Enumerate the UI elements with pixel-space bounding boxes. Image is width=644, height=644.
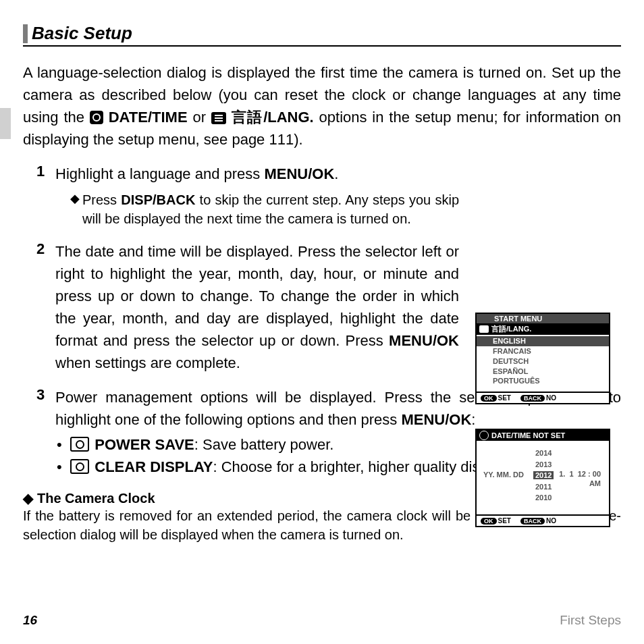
date-format: YY. MM. DD xyxy=(483,471,524,479)
menu-ok-label-3: MENU/OK xyxy=(401,411,471,428)
step-3-number: 3 xyxy=(23,386,55,478)
intro-or: or xyxy=(192,109,211,126)
lang-espanol: ESPAÑOL xyxy=(493,367,528,375)
date-time-label: DATE/TIME xyxy=(109,109,188,126)
year-selected: 2012 xyxy=(533,471,554,479)
step-3-text-b: : xyxy=(471,411,475,428)
clock-icon xyxy=(479,431,489,440)
camera-icon xyxy=(70,437,89,452)
section-heading: Basic Setup xyxy=(23,23,621,47)
lang-label: 言語/LANG. xyxy=(232,109,314,126)
power-save-label: POWER SAVE xyxy=(95,436,194,453)
back-pill: BACK xyxy=(520,518,545,525)
lang-deutsch: DEUTSCH xyxy=(493,357,529,365)
intro-paragraph: A language-selection dialog is displayed… xyxy=(23,61,621,151)
ok-pill: OK xyxy=(481,518,497,525)
clear-display-rest: : Choose for a brighter, higher quality … xyxy=(213,458,510,475)
lcd2-footer: OKSET BACKNO xyxy=(477,514,609,526)
lcd1-footer: OKSET BACKNO xyxy=(477,392,609,403)
lcd-datetime-menu: DATE/TIME NOT SET YY. MM. DD 2014 2013 2… xyxy=(475,429,610,527)
menu-ok-label: MENU/OK xyxy=(264,165,334,182)
lang-english: ENGLISH xyxy=(477,336,609,346)
heading-text: Basic Setup xyxy=(32,23,132,44)
camera-icon xyxy=(70,459,89,474)
step-1-text-b: . xyxy=(334,165,338,182)
diamond-icon: ◆ xyxy=(70,190,82,228)
lcd2-header: DATE/TIME NOT SET xyxy=(477,430,609,441)
step-2-text-b: when settings are complete. xyxy=(55,354,240,371)
chapter-name: First Steps xyxy=(560,613,621,628)
back-pill: BACK xyxy=(520,395,545,402)
clear-display-label: CLEAR DISPLAY xyxy=(95,458,213,475)
step-1-number: 1 xyxy=(23,163,55,228)
note-heading: The Camera Clock xyxy=(37,491,155,506)
year-column: 2014 2013 2012 2011 2010 xyxy=(533,448,554,504)
lcd1-start-menu: START MENU xyxy=(477,314,609,323)
lcd-language-menu: START MENU 言語/LANG. ENGLISH FRANCAIS DEU… xyxy=(475,313,610,404)
speech-bubble-icon xyxy=(479,325,489,333)
time-column: 1. 1 12 : 00 AM xyxy=(559,469,601,489)
lang-portugues: PORTUGUÊS xyxy=(493,377,540,385)
heading-bar xyxy=(23,24,28,43)
side-thumb-tab xyxy=(0,108,11,139)
step-1: 1 Highlight a language and press MENU/OK… xyxy=(23,163,621,228)
step-2-number: 2 xyxy=(23,240,55,374)
step-1-text-a: Highlight a language and press xyxy=(55,165,264,182)
lcd1-language-list: ENGLISH FRANCAIS DEUTSCH ESPAÑOL PORTUGU… xyxy=(477,335,609,387)
clock-icon xyxy=(90,111,103,124)
lcd1-lang-header: 言語/LANG. xyxy=(477,323,609,335)
speech-bubble-icon xyxy=(211,112,226,124)
subnote-a: Press xyxy=(82,192,121,207)
page-number: 16 xyxy=(23,613,37,628)
ok-pill: OK xyxy=(481,395,497,402)
step-1-subnote: ◆ Press DISP/BACK to skip the current st… xyxy=(55,190,459,228)
lang-francais: FRANCAIS xyxy=(493,347,531,355)
menu-ok-label-2: MENU/OK xyxy=(389,332,459,349)
page-footer: 16 First Steps xyxy=(23,613,621,628)
diamond-icon: ◆ xyxy=(23,491,33,506)
disp-back-label: DISP/BACK xyxy=(121,192,195,207)
power-save-rest: : Save battery power. xyxy=(194,436,334,453)
